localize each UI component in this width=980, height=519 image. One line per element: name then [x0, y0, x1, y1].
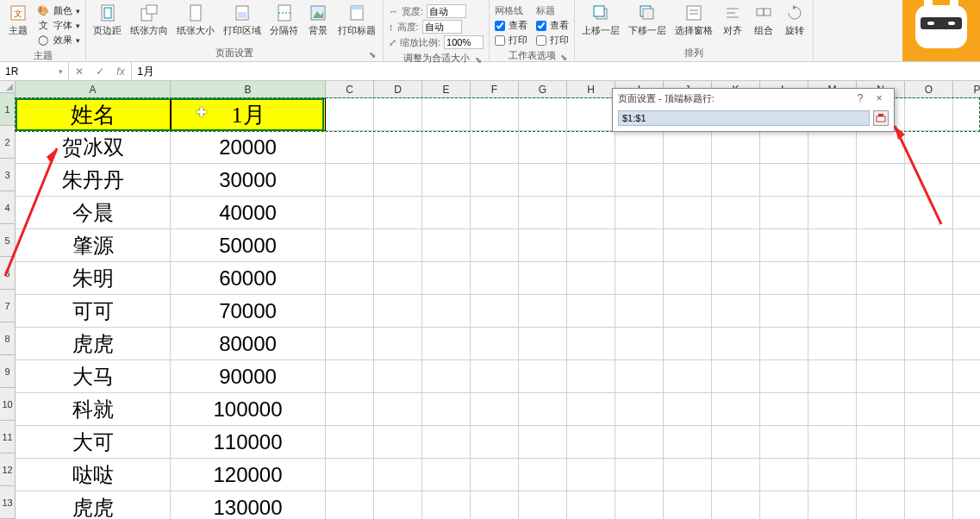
cell-M7[interactable] [808, 295, 857, 328]
cell-I10[interactable] [615, 393, 664, 426]
cell-F4[interactable] [471, 197, 519, 229]
row-header-1[interactable]: 1 [0, 93, 16, 126]
send-backward-button[interactable]: 下移一层 [625, 2, 670, 39]
cell-D11[interactable] [374, 426, 422, 459]
cell-F9[interactable] [471, 360, 519, 393]
cell-A1[interactable]: 姓名 [16, 98, 171, 131]
fx-icon[interactable]: fx [110, 66, 131, 78]
cell-L8[interactable] [760, 328, 808, 360]
cell-F1[interactable] [471, 98, 519, 131]
cell-P7[interactable] [953, 295, 980, 328]
cell-M2[interactable] [808, 131, 857, 164]
cell-D6[interactable] [374, 262, 422, 295]
name-box-input[interactable] [5, 66, 59, 78]
cell-C3[interactable] [326, 164, 374, 197]
cell-B5[interactable]: 50000 [171, 229, 326, 262]
cell-F2[interactable] [471, 131, 519, 164]
cell-E2[interactable] [422, 131, 471, 164]
confirm-icon[interactable]: ✓ [90, 66, 110, 78]
cell-H1[interactable] [567, 98, 615, 131]
cell-B4[interactable]: 40000 [171, 197, 326, 229]
print-titles-button[interactable]: 打印标题 [334, 2, 379, 39]
cell-E11[interactable] [422, 426, 471, 459]
cell-O11[interactable] [905, 426, 953, 459]
cell-B2[interactable]: 20000 [171, 131, 326, 164]
cell-L5[interactable] [760, 229, 808, 262]
cell-N12[interactable] [857, 459, 905, 491]
align-button[interactable]: 对齐 [718, 2, 747, 39]
cell-I9[interactable] [615, 360, 664, 393]
cell-A2[interactable]: 贺冰双 [16, 131, 171, 164]
cell-J12[interactable] [664, 459, 712, 491]
cell-G12[interactable] [519, 459, 567, 491]
cell-L4[interactable] [760, 197, 808, 229]
row-header-4[interactable]: 4 [0, 191, 16, 224]
cell-O8[interactable] [905, 328, 953, 360]
row-header-10[interactable]: 10 [0, 388, 16, 421]
cell-J10[interactable] [664, 393, 712, 426]
cell-D9[interactable] [374, 360, 422, 393]
row-header-5[interactable]: 5 [0, 224, 16, 257]
cell-B3[interactable]: 30000 [171, 164, 326, 197]
cell-J5[interactable] [664, 229, 712, 262]
cell-L6[interactable] [760, 262, 808, 295]
col-header-D[interactable]: D [374, 81, 422, 98]
cell-H6[interactable] [567, 262, 615, 295]
cell-N3[interactable] [857, 164, 905, 197]
col-header-F[interactable]: F [471, 81, 519, 98]
cell-P13[interactable] [953, 491, 980, 519]
cell-M12[interactable] [808, 459, 857, 491]
cell-G13[interactable] [519, 491, 567, 519]
cell-C4[interactable] [326, 197, 374, 229]
cell-H7[interactable] [567, 295, 615, 328]
cell-B11[interactable]: 110000 [171, 426, 326, 459]
cell-L10[interactable] [760, 393, 808, 426]
col-header-C[interactable]: C [326, 81, 374, 98]
cell-N13[interactable] [857, 491, 905, 519]
cell-P5[interactable] [953, 229, 980, 262]
group-button[interactable]: 组合 [749, 2, 778, 39]
cell-J7[interactable] [664, 295, 712, 328]
cell-H10[interactable] [567, 393, 615, 426]
cell-B10[interactable]: 100000 [171, 393, 326, 426]
scale-ratio-input[interactable] [444, 35, 484, 49]
cell-J4[interactable] [664, 197, 712, 229]
scale-width-select[interactable] [427, 4, 466, 18]
cell-M8[interactable] [808, 328, 857, 360]
cell-K12[interactable] [712, 459, 760, 491]
bring-forward-button[interactable]: 上移一层 [578, 2, 623, 39]
cell-F10[interactable] [471, 393, 519, 426]
cell-B6[interactable]: 60000 [171, 262, 326, 295]
cell-C7[interactable] [326, 295, 374, 328]
dialog-help-button[interactable]: ? [851, 92, 870, 104]
row-header-8[interactable]: 8 [0, 322, 16, 355]
cell-P2[interactable] [953, 131, 980, 164]
cell-C13[interactable] [326, 491, 374, 519]
cell-O7[interactable] [905, 295, 953, 328]
cell-J2[interactable] [664, 131, 712, 164]
col-header-P[interactable]: P [953, 81, 980, 98]
theme-button[interactable]: 文 主题 [3, 2, 33, 39]
cell-O13[interactable] [905, 491, 953, 519]
cell-L2[interactable] [760, 131, 808, 164]
cell-C1[interactable] [326, 98, 374, 131]
cell-E8[interactable] [422, 328, 471, 360]
title-rows-input[interactable] [618, 110, 870, 126]
row-header-6[interactable]: 6 [0, 257, 16, 290]
cell-G2[interactable] [519, 131, 567, 164]
cell-D4[interactable] [374, 197, 422, 229]
size-button[interactable]: 纸张大小 [173, 2, 218, 39]
cell-H13[interactable] [567, 491, 615, 519]
cell-A9[interactable]: 大马 [16, 360, 171, 393]
cell-K3[interactable] [712, 164, 760, 197]
cell-C6[interactable] [326, 262, 374, 295]
cell-L13[interactable] [760, 491, 808, 519]
cell-P9[interactable] [953, 360, 980, 393]
cell-I3[interactable] [615, 164, 664, 197]
cell-A5[interactable]: 肇源 [16, 229, 171, 262]
cell-B13[interactable]: 130000 [171, 491, 326, 519]
row-header-9[interactable]: 9 [0, 355, 16, 388]
headings-view-checkbox[interactable] [536, 21, 546, 31]
cell-F5[interactable] [471, 229, 519, 262]
cell-A3[interactable]: 朱丹丹 [16, 164, 171, 197]
